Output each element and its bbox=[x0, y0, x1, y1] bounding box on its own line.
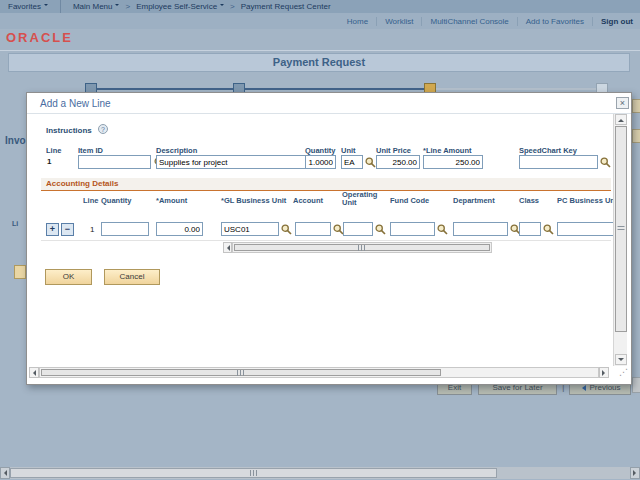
application-window: Favorites Main Menu Employee Self-Servic… bbox=[0, 0, 640, 480]
help-icon[interactable] bbox=[98, 124, 108, 134]
line-label: Line bbox=[46, 146, 61, 155]
button-fragment bbox=[632, 129, 640, 143]
col-department: Department bbox=[453, 196, 495, 205]
search-icon[interactable] bbox=[365, 157, 376, 168]
breadcrumb-employee-self-service[interactable]: Employee Self-Service bbox=[136, 2, 224, 11]
speedchart-key-field[interactable] bbox=[519, 155, 598, 169]
unit-label: Unit bbox=[341, 146, 356, 155]
col-class: Class bbox=[519, 196, 539, 205]
dialog-vertical-scrollbar[interactable] bbox=[613, 114, 627, 366]
button-fragment bbox=[14, 265, 26, 279]
quantity-field[interactable] bbox=[305, 155, 336, 169]
line-amount-label: *Line Amount bbox=[423, 146, 471, 155]
row-class-field[interactable] bbox=[519, 222, 541, 236]
breadcrumb-separator-icon bbox=[227, 2, 238, 11]
grid-horizontal-scrollbar[interactable] bbox=[232, 242, 492, 253]
main-menu[interactable]: Main Menu bbox=[73, 2, 120, 11]
page-horizontal-scrollbar bbox=[0, 467, 640, 479]
page-scroll-thumb[interactable] bbox=[10, 468, 497, 478]
col-gl-business-unit: *GL Business Unit bbox=[221, 196, 286, 205]
dialog-scroll-thumb[interactable] bbox=[41, 369, 441, 376]
description-field[interactable] bbox=[156, 155, 308, 169]
line-number-value: 1 bbox=[47, 157, 51, 166]
arrow-left-icon bbox=[224, 245, 230, 251]
page-scroll-right-arrow[interactable] bbox=[630, 467, 640, 479]
search-icon[interactable] bbox=[600, 157, 611, 168]
dialog-scroll-left-arrow[interactable] bbox=[29, 367, 39, 378]
arrow-left-icon bbox=[1, 470, 7, 476]
breadcrumb-separator-icon bbox=[122, 2, 133, 11]
dialog-title-divider bbox=[27, 113, 631, 114]
scroll-grip-icon bbox=[358, 245, 366, 251]
multichannel-console-link[interactable]: MultiChannel Console bbox=[430, 17, 508, 26]
favorites-menu[interactable]: Favorites bbox=[8, 2, 48, 11]
row-department-field[interactable] bbox=[453, 222, 508, 236]
link-divider bbox=[517, 17, 518, 26]
arrow-right-icon bbox=[602, 370, 608, 376]
row-fund-code-field[interactable] bbox=[390, 222, 435, 236]
row-account-field[interactable] bbox=[295, 222, 331, 236]
add-row-button[interactable]: + bbox=[46, 223, 59, 236]
dialog-vertical-scroll-thumb[interactable] bbox=[615, 126, 627, 332]
delete-row-button[interactable]: − bbox=[61, 223, 74, 236]
accounting-details-header bbox=[41, 178, 611, 191]
dialog-title: Add a New Line bbox=[40, 98, 111, 109]
arrow-up-icon bbox=[618, 116, 624, 122]
link-divider bbox=[376, 17, 377, 26]
sign-out-link[interactable]: Sign out bbox=[601, 17, 633, 26]
caret-down-icon bbox=[220, 4, 224, 8]
main-menu-label: Main Menu bbox=[73, 2, 113, 11]
row-amount-field[interactable] bbox=[156, 222, 203, 236]
unit-field[interactable] bbox=[341, 155, 363, 169]
step-train-line-complete bbox=[91, 88, 430, 90]
link-divider bbox=[421, 17, 422, 26]
search-icon[interactable] bbox=[543, 224, 554, 235]
row-line-number: 1 bbox=[90, 225, 94, 234]
dialog-horizontal-scrollbar[interactable] bbox=[39, 367, 599, 378]
accounting-details-title: Accounting Details bbox=[46, 179, 118, 188]
col-quantity: Quantity bbox=[101, 196, 131, 205]
line-amount-field[interactable] bbox=[423, 155, 483, 169]
search-icon[interactable] bbox=[281, 224, 292, 235]
row-pc-business-unit-field[interactable] bbox=[557, 222, 614, 236]
add-to-favorites-link[interactable]: Add to Favorites bbox=[526, 17, 584, 26]
grid-scroll-thumb[interactable] bbox=[234, 244, 490, 251]
home-link[interactable]: Home bbox=[347, 17, 368, 26]
search-icon[interactable] bbox=[375, 224, 386, 235]
button-fragment bbox=[632, 377, 640, 393]
dialog-scroll-up-arrow[interactable] bbox=[615, 114, 627, 125]
resize-grip-icon[interactable] bbox=[619, 367, 628, 377]
col-amount: *Amount bbox=[156, 196, 187, 205]
cancel-button[interactable]: Cancel bbox=[104, 269, 160, 285]
arrow-right-icon bbox=[633, 470, 639, 476]
item-id-field[interactable] bbox=[78, 155, 151, 169]
col-account: Account bbox=[293, 196, 323, 205]
breadcrumb-payment-request-center[interactable]: Payment Request Center bbox=[241, 2, 331, 11]
header-divider bbox=[0, 50, 640, 51]
previous-arrow-icon bbox=[579, 385, 586, 391]
close-icon[interactable] bbox=[616, 97, 629, 109]
crumb-label: Employee Self-Service bbox=[136, 2, 217, 11]
unit-price-field[interactable] bbox=[376, 155, 420, 169]
dialog-scroll-right-arrow[interactable] bbox=[599, 367, 609, 378]
scroll-grip-icon bbox=[618, 226, 625, 232]
page-title: Payment Request bbox=[8, 53, 630, 72]
col-fund-code: Fund Code bbox=[390, 196, 429, 205]
quantity-label: Quantity bbox=[305, 146, 335, 155]
ok-button[interactable]: OK bbox=[45, 269, 92, 285]
row-operating-unit-field[interactable] bbox=[343, 222, 373, 236]
row-quantity-field[interactable] bbox=[101, 222, 149, 236]
row-gl-business-unit-field[interactable] bbox=[221, 222, 279, 236]
page-scroll-left-arrow[interactable] bbox=[0, 467, 10, 479]
item-id-label: Item ID bbox=[78, 146, 103, 155]
instructions-label: Instructions bbox=[46, 126, 92, 135]
dialog-scroll-down-arrow[interactable] bbox=[615, 354, 627, 365]
minus-icon: − bbox=[65, 224, 70, 234]
worklist-link[interactable]: Worklist bbox=[385, 17, 413, 26]
step-train-line-remaining bbox=[430, 88, 602, 90]
col-operating-unit: Operating Unit bbox=[342, 191, 378, 208]
grid-scroll-left-arrow[interactable] bbox=[223, 242, 232, 253]
favorites-label: Favorites bbox=[8, 2, 41, 11]
description-label: Description bbox=[156, 146, 197, 155]
search-icon[interactable] bbox=[437, 224, 448, 235]
